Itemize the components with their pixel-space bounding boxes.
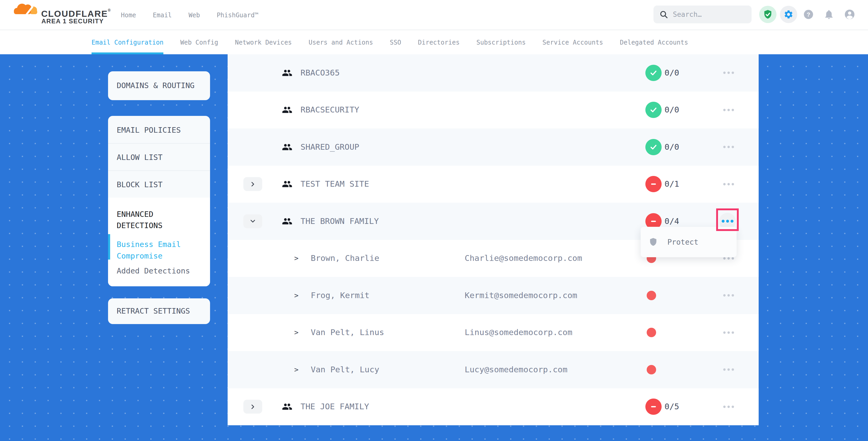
tab-directories[interactable]: Directories bbox=[418, 39, 460, 46]
status-unprotected-dot bbox=[647, 291, 656, 300]
settings-gear-icon[interactable] bbox=[780, 6, 797, 23]
table-row-group: RBACO365 0/0 bbox=[228, 54, 758, 92]
protection-count: 0/0 bbox=[664, 68, 679, 77]
group-name: RBACSECURITY bbox=[301, 105, 359, 115]
sidebar-label: RETRACT SETTINGS bbox=[117, 307, 190, 315]
status-unprotected-badge bbox=[645, 399, 662, 415]
member-name: Van Pelt, Lucy bbox=[311, 365, 379, 374]
tab-subscriptions[interactable]: Subscriptions bbox=[476, 39, 526, 46]
group-name: RBACO365 bbox=[301, 68, 340, 77]
active-tab-underline bbox=[92, 53, 163, 54]
cloudflare-logo-icon bbox=[12, 3, 40, 16]
member-email: Charlie@somedemocorp.com bbox=[465, 254, 582, 263]
status-protected-badge bbox=[645, 65, 662, 81]
tab-sso[interactable]: SSO bbox=[390, 39, 401, 46]
search-icon bbox=[659, 10, 668, 19]
top-nav: Home Email Web PhishGuard™ bbox=[121, 0, 258, 30]
brand-subtitle: AREA 1 SECURITY bbox=[41, 18, 104, 25]
svg-text:?: ? bbox=[807, 11, 810, 18]
protection-count: 0/4 bbox=[664, 216, 679, 226]
active-item-indicator bbox=[108, 234, 110, 259]
table-row-group: SHARED_GROUP 0/0 bbox=[228, 128, 758, 166]
collapse-row-button[interactable] bbox=[243, 214, 262, 228]
member-name: Frog, Kermit bbox=[311, 290, 370, 300]
table-row-member: > Frog, Kermit Kermit@somedemocorp.com bbox=[228, 277, 758, 314]
group-users-icon bbox=[282, 401, 292, 412]
nav-item-home[interactable]: Home bbox=[121, 11, 136, 19]
expand-row-button[interactable] bbox=[243, 177, 262, 191]
secondary-nav: Email Configuration Web Config Network D… bbox=[0, 31, 868, 54]
group-users-icon bbox=[282, 216, 292, 226]
group-users-icon bbox=[282, 68, 292, 78]
member-marker: > bbox=[294, 291, 299, 300]
row-menu-button[interactable] bbox=[722, 66, 735, 80]
search-box[interactable] bbox=[653, 5, 751, 23]
row-menu-button[interactable] bbox=[722, 140, 735, 154]
row-menu-button[interactable] bbox=[722, 363, 735, 377]
group-users-icon bbox=[282, 142, 292, 152]
account-icon[interactable] bbox=[841, 6, 858, 23]
group-users-icon bbox=[282, 179, 292, 189]
member-email: Kermit@somedemocorp.com bbox=[465, 290, 577, 300]
tab-delegated-accounts[interactable]: Delegated Accounts bbox=[620, 39, 688, 46]
nav-item-email[interactable]: Email bbox=[153, 11, 172, 19]
table-row-member: > Van Pelt, Lucy Lucy@somedemocorp.com bbox=[228, 351, 758, 388]
sidebar-item-block-list[interactable]: BLOCK LIST bbox=[117, 180, 200, 189]
sidebar-item-business-email-compromise[interactable]: Business Email Compromise bbox=[117, 239, 198, 262]
notifications-bell-icon[interactable] bbox=[820, 6, 838, 23]
tab-network-devices[interactable]: Network Devices bbox=[235, 39, 292, 46]
tab-email-configuration[interactable]: Email Configuration bbox=[92, 39, 164, 46]
member-name: Van Pelt, Linus bbox=[311, 328, 384, 337]
expand-row-button[interactable] bbox=[243, 400, 262, 414]
sidebar-item-allow-list[interactable]: ALLOW LIST bbox=[117, 153, 200, 162]
sidebar-item-added-detections[interactable]: Added Detections bbox=[117, 266, 203, 275]
tab-service-accounts[interactable]: Service Accounts bbox=[542, 39, 603, 46]
search-input[interactable] bbox=[673, 10, 744, 18]
row-menu-button[interactable] bbox=[722, 326, 735, 339]
status-unprotected-dot bbox=[647, 365, 656, 374]
security-shield-check-icon[interactable] bbox=[759, 6, 776, 23]
group-name: TEST TEAM SITE bbox=[301, 179, 369, 189]
group-name: THE BROWN FAMILY bbox=[301, 216, 379, 226]
row-menu-button[interactable] bbox=[722, 103, 735, 117]
help-icon[interactable]: ? bbox=[800, 6, 817, 23]
status-unprotected-badge bbox=[645, 176, 662, 192]
tab-web-config[interactable]: Web Config bbox=[180, 39, 218, 46]
table-row-member: > Van Pelt, Linus Linus@somedemocorp.com bbox=[228, 314, 758, 351]
sidebar-item-domains-routing[interactable]: DOMAINS & ROUTING bbox=[108, 71, 210, 100]
registered-mark: ® bbox=[108, 8, 111, 12]
divider bbox=[108, 170, 210, 171]
protection-count: 0/5 bbox=[664, 402, 679, 411]
row-menu-button[interactable] bbox=[722, 177, 735, 191]
row-context-menu: Protect bbox=[641, 227, 737, 257]
group-name: THE JOE FAMILY bbox=[301, 402, 369, 411]
member-marker: > bbox=[294, 328, 299, 336]
member-name: Brown, Charlie bbox=[311, 254, 379, 263]
nav-item-web[interactable]: Web bbox=[189, 11, 200, 19]
group-users-icon bbox=[282, 105, 292, 115]
member-marker: > bbox=[294, 254, 299, 262]
groups-table: RBACO365 0/0 RBACSECURITY 0/0 SHARED_GRO… bbox=[228, 54, 758, 425]
sidebar-item-email-policies[interactable]: EMAIL POLICIES bbox=[117, 126, 200, 134]
member-marker: > bbox=[294, 366, 299, 374]
divider bbox=[108, 143, 210, 144]
sidebar-label: DOMAINS & ROUTING bbox=[117, 81, 194, 90]
row-menu-button[interactable] bbox=[722, 289, 735, 302]
protection-count: 0/0 bbox=[664, 105, 679, 115]
nav-item-phishguard[interactable]: PhishGuard™ bbox=[217, 11, 258, 19]
sidebar-item-retract-settings[interactable]: RETRACT SETTINGS bbox=[108, 298, 210, 324]
sidebar-item-enhanced-detections[interactable]: ENHANCED DETECTIONS bbox=[117, 209, 198, 231]
group-name: SHARED_GROUP bbox=[301, 142, 359, 152]
row-menu-button[interactable] bbox=[722, 400, 735, 413]
status-unprotected-dot bbox=[647, 328, 656, 337]
status-protected-badge bbox=[645, 139, 662, 155]
table-row-group: THE JOE FAMILY 0/5 bbox=[228, 388, 758, 426]
protection-count: 0/1 bbox=[664, 179, 679, 189]
member-email: Lucy@somedemocorp.com bbox=[465, 365, 567, 374]
protection-count: 0/0 bbox=[664, 142, 679, 152]
member-email: Linus@somedemocorp.com bbox=[465, 328, 572, 337]
table-row-group: TEST TEAM SITE 0/1 bbox=[228, 166, 758, 203]
sidebar-policies-card: EMAIL POLICIES ALLOW LIST BLOCK LIST ENH… bbox=[108, 116, 210, 286]
menu-item-protect[interactable]: Protect bbox=[668, 238, 698, 247]
tab-users-and-actions[interactable]: Users and Actions bbox=[309, 39, 373, 46]
